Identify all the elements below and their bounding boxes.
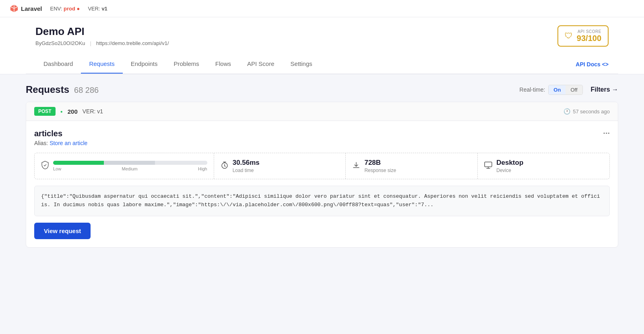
api-title: Demo API xyxy=(35,25,169,38)
request-body: articles Alias: Store an article ··· xyxy=(26,121,618,247)
api-docs-link[interactable]: API Docs <> xyxy=(576,61,609,68)
device-value: Desktop xyxy=(496,159,603,167)
time-ago: 🕐 57 seconds ago xyxy=(564,108,610,115)
alias-label: Alias: xyxy=(34,140,50,146)
api-url: https://demo.treblle.com/api/v1/ xyxy=(96,40,169,46)
alias-line: Alias: Store an article xyxy=(34,140,87,146)
content-area: Requests 68 286 Real-time: On Off Filter… xyxy=(0,74,644,257)
device-label: Device xyxy=(496,168,603,173)
api-id: ByGdzSo2L0OI2OKu xyxy=(35,40,85,46)
tab-flows[interactable]: Flows xyxy=(207,55,239,74)
security-bar-track xyxy=(53,161,207,165)
security-bar-group: Low Medium High xyxy=(53,161,207,171)
bar-low xyxy=(53,161,104,165)
realtime-label: Real-time: xyxy=(520,86,545,93)
security-icon xyxy=(41,161,49,172)
nav-tabs-list: Dashboard Requests Endpoints Problems Fl… xyxy=(35,55,320,74)
bar-mid xyxy=(104,161,155,165)
status-dot: ● xyxy=(60,109,63,114)
load-time-label: Load time xyxy=(233,168,339,173)
bar-labels: Low Medium High xyxy=(53,166,207,171)
requests-title: Requests xyxy=(26,84,69,95)
api-header: Demo API ByGdzSo2L0OI2OKu | https://demo… xyxy=(26,17,618,48)
device-info: Desktop Device xyxy=(496,159,603,173)
nav-tabs: Dashboard Requests Endpoints Problems Fl… xyxy=(26,55,618,74)
status-code: 200 xyxy=(68,108,78,115)
tab-endpoints[interactable]: Endpoints xyxy=(123,55,166,74)
ver-value: v1 xyxy=(101,6,107,12)
env-value: prod xyxy=(64,6,75,12)
security-metric: Low Medium High xyxy=(35,153,214,179)
requests-controls: Real-time: On Off Filters → xyxy=(520,85,618,95)
api-score-badge: 🛡 API SCORE 93/100 xyxy=(557,25,609,47)
load-time-info: 30.56ms Load time xyxy=(233,159,339,173)
realtime-group: Real-time: On Off xyxy=(520,85,583,95)
realtime-toggle: On Off xyxy=(548,85,582,95)
score-label: API SCORE xyxy=(577,29,601,34)
api-info: Demo API ByGdzSo2L0OI2OKu | https://demo… xyxy=(35,25,169,46)
response-size-metric: 728B Response size xyxy=(346,153,478,179)
requests-count: 68 286 xyxy=(74,86,99,95)
env-label: ENV: xyxy=(50,6,62,12)
download-icon xyxy=(352,161,360,171)
view-request-button[interactable]: View request xyxy=(34,223,91,239)
response-size-label: Response size xyxy=(364,168,471,173)
method-badge: POST xyxy=(34,107,56,116)
topbar: Laravel ENV: prod ● VER: v1 xyxy=(0,0,644,17)
logo-text: Laravel xyxy=(21,5,42,12)
ver-info: VER: v1 xyxy=(88,6,107,12)
meta-separator: | xyxy=(90,40,91,46)
monitor-icon xyxy=(484,162,492,171)
clock-icon: 🕐 xyxy=(564,108,570,115)
bar-label-high: High xyxy=(198,166,207,171)
tab-dashboard[interactable]: Dashboard xyxy=(35,55,81,74)
device-metric: Desktop Device xyxy=(478,153,609,179)
load-time-value: 30.56ms xyxy=(233,159,339,167)
score-info: API SCORE 93/100 xyxy=(577,29,601,43)
api-meta: ByGdzSo2L0OI2OKu | https://demo.treblle.… xyxy=(35,40,169,46)
ver-label: VER: xyxy=(88,6,100,12)
request-header-left: POST ● 200 VER: v1 xyxy=(34,107,103,116)
alias-value-text: Store an article xyxy=(50,140,87,146)
main-content: Requests 68 286 Real-time: On Off Filter… xyxy=(16,84,628,248)
score-shield-icon: 🛡 xyxy=(565,31,573,41)
response-size-value: 728B xyxy=(364,159,471,167)
bar-label-medium: Medium xyxy=(122,166,138,171)
version-tag: VER: v1 xyxy=(83,108,103,115)
time-ago-text: 57 seconds ago xyxy=(573,109,610,115)
timer-icon xyxy=(221,161,229,171)
load-time-metric: 30.56ms Load time xyxy=(214,153,346,179)
logo: Laravel xyxy=(10,4,42,13)
bar-high xyxy=(155,161,207,165)
bar-label-low: Low xyxy=(53,166,61,171)
filters-button[interactable]: Filters → xyxy=(591,86,618,93)
realtime-off-button[interactable]: Off xyxy=(566,85,582,94)
request-card-header: POST ● 200 VER: v1 🕐 57 seconds ago xyxy=(26,102,618,121)
metrics-row: Low Medium High xyxy=(34,153,610,179)
tab-settings[interactable]: Settings xyxy=(283,55,320,74)
more-options-button[interactable]: ··· xyxy=(603,129,610,137)
env-dot: ● xyxy=(77,6,80,12)
endpoint-name: articles xyxy=(34,129,87,138)
request-card: POST ● 200 VER: v1 🕐 57 seconds ago arti… xyxy=(26,102,618,248)
laravel-logo xyxy=(10,4,19,13)
env-info: ENV: prod ● xyxy=(50,6,80,12)
endpoint-info: articles Alias: Store an article xyxy=(34,129,87,153)
tab-problems[interactable]: Problems xyxy=(165,55,207,74)
requests-title-group: Requests 68 286 xyxy=(26,84,99,95)
tab-requests[interactable]: Requests xyxy=(81,55,122,74)
score-value: 93/100 xyxy=(577,34,601,43)
response-size-info: 728B Response size xyxy=(364,159,471,173)
requests-header: Requests 68 286 Real-time: On Off Filter… xyxy=(26,84,618,95)
realtime-on-button[interactable]: On xyxy=(549,85,566,94)
request-code-block: {"title":"Quibusdam aspernatur qui occae… xyxy=(34,186,610,216)
tab-api-score[interactable]: API Score xyxy=(239,55,283,74)
svg-rect-1 xyxy=(485,162,492,167)
